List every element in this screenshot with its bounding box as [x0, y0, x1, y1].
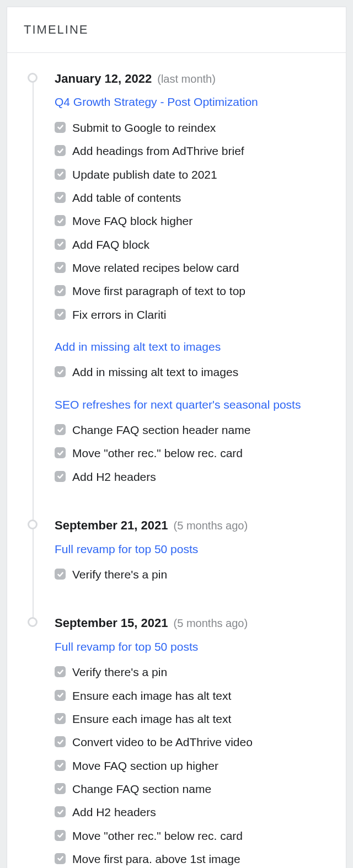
task-label: Verify there's a pin [72, 567, 167, 582]
task-label: Add FAQ block [72, 237, 149, 253]
group-title-link[interactable]: Q4 Growth Strategy - Post Optimization [55, 94, 335, 110]
task-row: Ensure each image has alt text [55, 708, 335, 731]
checkbox-checked-icon[interactable] [55, 471, 66, 482]
group-title-link[interactable]: Full revamp for top 50 posts [55, 541, 335, 558]
timeline-node-icon [28, 73, 38, 83]
panel-title: TIMELINE [24, 23, 331, 37]
task-label: Move "other rec." below rec. card [72, 446, 243, 461]
task-label: Move first paragraph of text to top [72, 283, 245, 299]
entry-relative-time: (last month) [157, 73, 216, 85]
task-row: Ensure each image has alt text [55, 684, 335, 708]
task-label: Add headings from AdThrive brief [72, 143, 244, 159]
task-group: Full revamp for top 50 postsVerify there… [55, 639, 335, 868]
task-row: Move "other rec." below rec. card [55, 824, 335, 848]
checkbox-checked-icon[interactable] [55, 736, 66, 747]
task-label: Move first para. above 1st image [72, 851, 240, 867]
group-title-link[interactable]: SEO refreshes for next quarter's seasona… [55, 397, 335, 413]
checkbox-checked-icon[interactable] [55, 666, 66, 677]
task-row: Update publish date to 2021 [55, 163, 335, 186]
task-label: Move FAQ block higher [72, 213, 192, 229]
checkbox-checked-icon[interactable] [55, 262, 66, 273]
task-row: Add H2 headers [55, 801, 335, 824]
task-row: Verify there's a pin [55, 661, 335, 684]
task-row: Verify there's a pin [55, 563, 335, 586]
checkbox-checked-icon[interactable] [55, 713, 66, 724]
task-label: Add in missing alt text to images [72, 365, 238, 380]
entry-date: September 21, 2021 [55, 518, 168, 532]
task-label: Add H2 headers [72, 805, 156, 820]
task-group: Q4 Growth Strategy - Post OptimizationSu… [55, 94, 335, 326]
timeline-panel: TIMELINE January 12, 2022 (last month)Q4… [7, 7, 346, 868]
task-row: Add headings from AdThrive brief [55, 140, 335, 163]
checkbox-checked-icon[interactable] [55, 447, 66, 458]
checkbox-checked-icon[interactable] [55, 366, 66, 377]
checkbox-checked-icon[interactable] [55, 285, 66, 296]
checkbox-checked-icon[interactable] [55, 169, 66, 180]
checkbox-checked-icon[interactable] [55, 239, 66, 250]
checkbox-checked-icon[interactable] [55, 690, 66, 701]
entry-relative-time: (5 months ago) [174, 617, 248, 629]
entry-relative-time: (5 months ago) [174, 519, 248, 532]
task-row: Move FAQ block higher [55, 210, 335, 233]
checkbox-checked-icon[interactable] [55, 853, 66, 864]
task-label: Update publish date to 2021 [72, 167, 217, 183]
checkbox-checked-icon[interactable] [55, 215, 66, 226]
task-row: Move FAQ section up higher [55, 754, 335, 778]
timeline-body: January 12, 2022 (last month)Q4 Growth S… [7, 53, 346, 868]
task-label: Move FAQ section up higher [72, 758, 218, 774]
entry-date-line: September 15, 2021 (5 months ago) [55, 616, 335, 630]
checkbox-checked-icon[interactable] [55, 830, 66, 841]
timeline-entry: September 21, 2021 (5 months ago)Full re… [55, 518, 335, 586]
task-label: Verify there's a pin [72, 665, 167, 680]
checkbox-checked-icon[interactable] [55, 569, 66, 580]
checkbox-checked-icon[interactable] [55, 783, 66, 794]
entry-date-line: September 21, 2021 (5 months ago) [55, 518, 335, 533]
timeline-entry: January 12, 2022 (last month)Q4 Growth S… [55, 72, 335, 489]
task-row: Add H2 headers [55, 465, 335, 489]
task-row: Submit to Google to reindex [55, 116, 335, 140]
entry-date: January 12, 2022 [55, 72, 152, 85]
task-group: Add in missing alt text to imagesAdd in … [55, 339, 335, 384]
group-title-link[interactable]: Add in missing alt text to images [55, 339, 335, 355]
task-label: Ensure each image has alt text [72, 688, 231, 704]
task-row: Add FAQ block [55, 233, 335, 256]
task-label: Add H2 headers [72, 469, 156, 485]
task-row: Move first para. above 1st image [55, 848, 335, 868]
task-row: Change FAQ section header name [55, 419, 335, 442]
task-label: Fix errors in Clariti [72, 307, 166, 323]
task-group: Full revamp for top 50 postsVerify there… [55, 541, 335, 587]
entry-date-line: January 12, 2022 (last month) [55, 72, 335, 86]
task-row: Move "other rec." below rec. card [55, 442, 335, 465]
task-label: Change FAQ section name [72, 781, 211, 797]
timeline-rail [33, 81, 34, 621]
task-row: Convert video to be AdThrive video [55, 731, 335, 754]
group-title-link[interactable]: Full revamp for top 50 posts [55, 639, 335, 655]
checkbox-checked-icon[interactable] [55, 309, 66, 320]
task-label: Change FAQ section header name [72, 422, 250, 438]
task-label: Submit to Google to reindex [72, 120, 216, 136]
task-row: Change FAQ section name [55, 778, 335, 801]
checkbox-checked-icon[interactable] [55, 192, 66, 203]
task-row: Fix errors in Clariti [55, 303, 335, 326]
timeline-entry: September 15, 2021 (5 months ago)Full re… [55, 616, 335, 868]
task-group: SEO refreshes for next quarter's seasona… [55, 397, 335, 489]
task-row: Add in missing alt text to images [55, 361, 335, 384]
checkbox-checked-icon[interactable] [55, 122, 66, 133]
task-row: Move first paragraph of text to top [55, 280, 335, 303]
task-row: Add table of contents [55, 186, 335, 210]
task-label: Ensure each image has alt text [72, 711, 231, 727]
checkbox-checked-icon[interactable] [55, 424, 66, 435]
timeline-node-icon [28, 617, 38, 627]
task-label: Move "other rec." below rec. card [72, 828, 243, 844]
timeline-node-icon [28, 519, 38, 529]
task-label: Convert video to be AdThrive video [72, 735, 253, 750]
task-label: Add table of contents [72, 190, 181, 206]
task-label: Move related recipes below card [72, 260, 239, 276]
checkbox-checked-icon[interactable] [55, 806, 66, 817]
checkbox-checked-icon[interactable] [55, 145, 66, 156]
entry-date: September 15, 2021 [55, 616, 168, 630]
task-row: Move related recipes below card [55, 256, 335, 280]
checkbox-checked-icon[interactable] [55, 760, 66, 771]
panel-header: TIMELINE [7, 7, 346, 53]
